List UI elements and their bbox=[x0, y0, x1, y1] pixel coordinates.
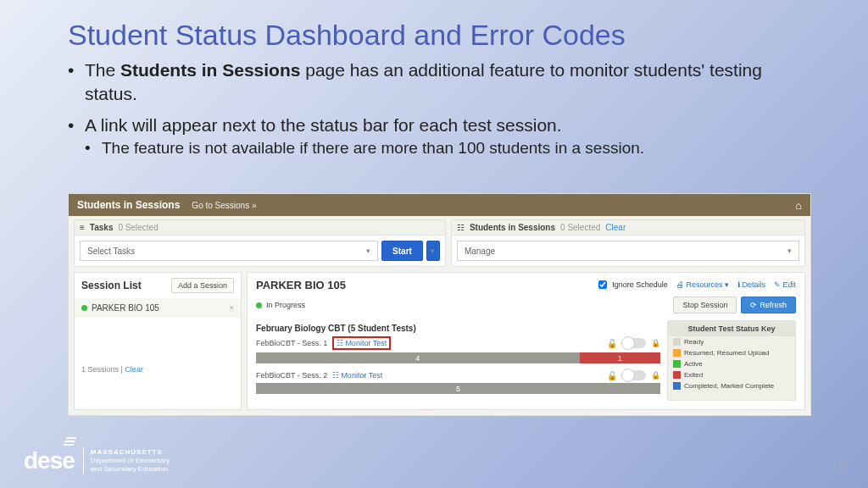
session-list-panel: Session List Add a Session PARKER BIO 10… bbox=[74, 272, 242, 410]
screenshot-panel: Students in Sessions Go to Sessions » ⌂ … bbox=[68, 193, 811, 416]
test-name: FebBioCBT - Sess. 1 bbox=[256, 339, 327, 347]
dese-logo: dese bbox=[24, 447, 75, 474]
start-split-button[interactable]: ▾ bbox=[426, 241, 440, 261]
status-dot-icon bbox=[81, 305, 87, 311]
bullet-list: The Students in Sessions page has an add… bbox=[0, 58, 868, 158]
session-name: PARKER BIO 105 bbox=[256, 279, 346, 291]
refresh-button[interactable]: ⟳Refresh bbox=[741, 297, 796, 313]
bullet-2: A link will appear next to the status ba… bbox=[68, 114, 817, 158]
session-item-label: PARKER BIO 105 bbox=[92, 303, 159, 313]
status-key-panel: Student Test Status Key Ready Resumed, R… bbox=[667, 320, 796, 401]
test-row-2: FebBioCBT - Sess. 2 ☷ Monitor Test 🔓 🔒 bbox=[256, 370, 660, 380]
status-bar-2: 5 bbox=[256, 383, 660, 394]
manage-dropdown[interactable]: Manage ▾ bbox=[457, 241, 799, 261]
home-icon[interactable]: ⌂ bbox=[795, 199, 802, 212]
status-key-title: Student Test Status Key bbox=[668, 321, 795, 336]
chevron-down-icon: ▾ bbox=[787, 247, 792, 255]
bar-segment-ready: 5 bbox=[256, 383, 660, 394]
key-completed: Completed, Marked Complete bbox=[668, 380, 795, 391]
status-bar-1: 4 1 bbox=[256, 352, 660, 363]
sis-label: Students in Sessions bbox=[470, 223, 555, 232]
test-group-title: February Biology CBT (5 Student Tests) bbox=[256, 324, 660, 333]
bullet-1: The Students in Sessions page has an add… bbox=[68, 58, 817, 105]
footer-logo: dese MASSACHUSETTS Department of Element… bbox=[24, 447, 170, 474]
status-dot-icon bbox=[256, 302, 262, 308]
key-exited: Exited bbox=[668, 369, 795, 380]
goto-sessions-link[interactable]: Go to Sessions » bbox=[192, 201, 256, 210]
key-resumed: Resumed, Resumed Upload bbox=[668, 347, 795, 358]
tests-area: February Biology CBT (5 Student Tests) F… bbox=[256, 320, 660, 401]
monitor-test-link[interactable]: ☷ Monitor Test bbox=[332, 371, 382, 380]
ignore-schedule-label: Ignore Schedule bbox=[612, 280, 668, 289]
key-active: Active bbox=[668, 358, 795, 369]
tasks-selected-count: 0 Selected bbox=[118, 223, 158, 232]
session-detail-panel: PARKER BIO 105 Ignore Schedule 🖨 Resourc… bbox=[247, 272, 805, 410]
close-icon[interactable]: × bbox=[229, 303, 234, 313]
select-tasks-label: Select Tasks bbox=[87, 247, 135, 256]
edit-link[interactable]: ✎ Edit bbox=[774, 280, 796, 289]
dept-line-1: Department of Elementary bbox=[91, 457, 170, 465]
chevron-down-icon: ▾ bbox=[431, 247, 435, 255]
monitor-test-link[interactable]: ☷ Monitor Test bbox=[337, 339, 387, 347]
test-name: FebBioCBT - Sess. 2 bbox=[256, 371, 327, 380]
unlock-icon[interactable]: 🔓 bbox=[607, 339, 617, 348]
select-tasks-dropdown[interactable]: Select Tasks ▾ bbox=[80, 241, 378, 261]
in-progress-status: In Progress bbox=[266, 301, 305, 309]
lock-icon[interactable]: 🔒 bbox=[651, 339, 660, 347]
page-number: 38 bbox=[829, 457, 848, 476]
dept-line-2: and Secondary Education bbox=[91, 465, 170, 474]
list-icon: ☷ bbox=[457, 223, 465, 232]
slide-title: Student Status Dashboard and Error Codes bbox=[0, 0, 868, 58]
department-text: MASSACHUSETTS Department of Elementary a… bbox=[83, 448, 170, 474]
test-row-1: FebBioCBT - Sess. 1 ☷ Monitor Test 🔓 🔒 bbox=[256, 336, 660, 350]
add-session-button[interactable]: Add a Session bbox=[171, 278, 234, 293]
unlock-icon[interactable]: 🔓 bbox=[607, 371, 617, 380]
bar-segment-ready: 4 bbox=[256, 352, 580, 363]
chevron-down-icon: ▾ bbox=[366, 247, 370, 255]
list-icon: ≡ bbox=[80, 223, 85, 232]
bullet-1-pre: The bbox=[85, 60, 120, 80]
header-title: Students in Sessions bbox=[77, 199, 180, 211]
refresh-icon: ⟳ bbox=[750, 301, 757, 309]
lock-toggle[interactable] bbox=[622, 370, 646, 380]
state-label: MASSACHUSETTS bbox=[91, 448, 170, 457]
students-in-sessions-panel: ☷ Students in Sessions 0 Selected Clear … bbox=[451, 219, 805, 267]
tasks-panel: ≡ Tasks 0 Selected Select Tasks ▾ Start … bbox=[74, 219, 446, 267]
sessions-count: 1 Sessions bbox=[81, 365, 119, 374]
bullet-2-text: A link will appear next to the status ba… bbox=[85, 115, 562, 135]
sub-bullet-1: The feature is not available if there ar… bbox=[85, 137, 817, 158]
lock-icon[interactable]: 🔒 bbox=[651, 371, 660, 380]
lock-toggle[interactable] bbox=[622, 338, 646, 348]
start-button[interactable]: Start bbox=[381, 241, 423, 261]
session-list-title: Session List bbox=[81, 280, 142, 291]
ignore-schedule-checkbox[interactable]: Ignore Schedule bbox=[595, 278, 668, 291]
key-ready: Ready bbox=[668, 336, 795, 347]
bar-segment-exited: 1 bbox=[580, 352, 660, 363]
sis-selected-count: 0 Selected bbox=[560, 223, 600, 232]
stop-session-button[interactable]: Stop Session bbox=[673, 297, 737, 313]
resources-link[interactable]: 🖨 Resources ▾ bbox=[676, 280, 729, 289]
tasks-label: Tasks bbox=[90, 223, 114, 232]
clear-sessions-link[interactable]: Clear bbox=[125, 365, 143, 374]
details-link[interactable]: ℹ Details bbox=[737, 280, 765, 289]
app-header: Students in Sessions Go to Sessions » ⌂ bbox=[69, 194, 810, 216]
clear-link[interactable]: Clear bbox=[605, 223, 626, 232]
manage-label: Manage bbox=[465, 247, 495, 256]
session-list-item[interactable]: PARKER BIO 105 × bbox=[75, 298, 241, 318]
bullet-1-bold: Students in Sessions bbox=[120, 60, 300, 80]
highlighted-monitor-link: ☷ Monitor Test bbox=[332, 336, 391, 350]
